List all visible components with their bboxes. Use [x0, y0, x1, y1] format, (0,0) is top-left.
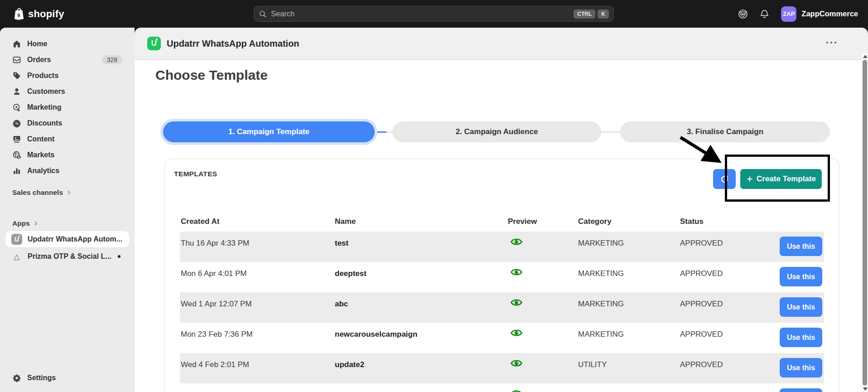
- apps-header[interactable]: Apps: [5, 217, 129, 230]
- step-campaign-audience[interactable]: 2. Campaign Audience: [392, 121, 601, 142]
- overflow-menu-button[interactable]: [826, 42, 836, 44]
- cell-preview: [507, 232, 577, 246]
- sidebar-app-item-updatrr-whatsapp-autom[interactable]: U Updatrr WhatsApp Autom...: [5, 231, 129, 247]
- col-header-preview: Preview: [507, 217, 577, 226]
- svg-text:s: s: [17, 12, 20, 18]
- use-this-button[interactable]: Use this: [780, 358, 822, 377]
- scroll-up-arrow[interactable]: [863, 55, 868, 58]
- topbar: s shopify Search CTRL K ZAP ZappCommerce: [0, 0, 868, 28]
- cell-category: MARKETING: [577, 262, 679, 278]
- cell-action: Use this: [758, 262, 824, 286]
- sidebar-item-orders[interactable]: Orders 328: [5, 52, 129, 68]
- k-key-badge: K: [598, 10, 609, 19]
- plus-icon: [746, 175, 753, 183]
- search-icon: [259, 10, 267, 18]
- apps-list: U Updatrr WhatsApp Autom... △ Prizma OTP…: [0, 231, 135, 265]
- products-icon: [12, 71, 21, 80]
- sidebar-item-markets[interactable]: $ Markets: [5, 147, 129, 163]
- sidebar-item-customers[interactable]: Customers: [5, 83, 129, 99]
- cell-created-at: Thu 16 Apr 4:33 PM: [180, 232, 334, 248]
- preview-eye-icon[interactable]: [511, 268, 522, 276]
- preview-eye-icon[interactable]: [511, 389, 522, 392]
- create-template-button[interactable]: Create Template: [740, 169, 822, 189]
- templates-heading: TEMPLATES: [174, 170, 217, 178]
- cell-preview: [507, 353, 577, 368]
- scrollbar-thumb[interactable]: [863, 60, 867, 386]
- cell-status: APPROVED: [679, 353, 758, 369]
- preview-eye-icon[interactable]: [511, 329, 522, 337]
- use-this-button[interactable]: Use this: [780, 267, 822, 286]
- cell-created-at: Wed 4 Feb 2:01 PM: [180, 353, 334, 369]
- cell-created-at: Tue 3 Feb 10:14 PM: [180, 383, 334, 392]
- markets-icon: $: [12, 150, 21, 160]
- table-row: Mon 6 Apr 4:01 PM deeptest MARKETING APP…: [180, 262, 824, 292]
- cell-action: Use this: [758, 353, 824, 377]
- sidekick-icon[interactable]: [738, 9, 748, 19]
- use-this-button[interactable]: Use this: [780, 297, 822, 317]
- step-campaign-template[interactable]: 1. Campaign Template: [163, 121, 375, 142]
- refresh-button[interactable]: [713, 169, 736, 189]
- sidebar-item-discounts[interactable]: % Discounts: [5, 115, 129, 131]
- table-row: Thu 16 Apr 4:33 PM test MARKETING APPROV…: [180, 232, 824, 262]
- use-this-button[interactable]: Use this: [780, 388, 822, 392]
- account-menu[interactable]: ZAP ZappCommerce: [781, 6, 858, 22]
- sidebar-item-home[interactable]: Home: [5, 36, 129, 52]
- sidebar-item-marketing[interactable]: Marketing: [5, 99, 129, 115]
- discounts-icon: %: [12, 119, 21, 128]
- table-row: Wed 1 Apr 12:07 PM abc MARKETING APPROVE…: [180, 292, 824, 323]
- preview-eye-icon[interactable]: [511, 298, 522, 307]
- table-header-row: Created At Name Preview Category Status: [180, 212, 824, 232]
- sidebar-nav: Home Orders 328 Products Customers Marke…: [0, 36, 135, 179]
- app-title: Updatrr WhatsApp Automation: [167, 39, 299, 49]
- search-placeholder: Search: [271, 10, 294, 18]
- templates-table: Created At Name Preview Category Status …: [180, 212, 824, 392]
- cell-name: abc: [334, 292, 507, 309]
- ctrl-key-badge: CTRL: [574, 10, 595, 19]
- cell-action: Use this: [758, 323, 824, 347]
- cell-status: APPROVED: [679, 383, 758, 392]
- preview-eye-icon[interactable]: [511, 359, 522, 368]
- shopify-logo[interactable]: s shopify: [14, 0, 64, 28]
- cell-created-at: Wed 1 Apr 12:07 PM: [180, 292, 334, 309]
- step-connector: [377, 131, 386, 133]
- use-this-button[interactable]: Use this: [780, 237, 822, 256]
- orders-icon: [12, 55, 21, 64]
- account-name: ZappCommerce: [801, 10, 858, 18]
- cell-category: MARKETING: [577, 323, 679, 339]
- sidebar-item-settings[interactable]: Settings: [5, 370, 129, 386]
- cell-category: MARKETING: [577, 292, 679, 309]
- cell-preview: [507, 262, 577, 276]
- sidebar-item-analytics[interactable]: Analytics: [5, 163, 129, 179]
- notifications-bell-icon[interactable]: [759, 9, 770, 19]
- shopify-wordmark: shopify: [28, 8, 64, 20]
- cell-status: APPROVED: [679, 232, 758, 248]
- sales-channels-header[interactable]: Sales channels: [5, 186, 129, 199]
- sidebar-item-products[interactable]: Products: [5, 68, 129, 83]
- settings-wrapper: Settings: [0, 370, 135, 386]
- cell-action: Use this: [758, 292, 824, 317]
- cell-name: update2: [334, 353, 507, 369]
- sidebar-item-content[interactable]: Content: [5, 131, 129, 147]
- col-header-status: Status: [679, 217, 758, 226]
- cell-category: MARKETING: [577, 232, 679, 248]
- sidebar-app-item-prizma-otp-social-l[interactable]: △ Prizma OTP & Social L...: [5, 248, 129, 265]
- cell-name: newcarouselcampaign: [334, 323, 507, 339]
- table-body: Thu 16 Apr 4:33 PM test MARKETING APPROV…: [180, 232, 824, 392]
- cell-created-at: Mon 23 Feb 7:36 PM: [180, 323, 334, 339]
- preview-eye-icon[interactable]: [511, 237, 522, 246]
- updatrr-app-icon: U: [147, 37, 161, 50]
- step-finalise-campaign[interactable]: 3. Finalise Campaign: [620, 121, 830, 142]
- scrollbar[interactable]: [861, 53, 868, 392]
- cell-status: APPROVED: [679, 262, 758, 278]
- app-content: Choose Template 1. Campaign Template 2. …: [135, 60, 868, 392]
- customers-icon: [12, 87, 21, 96]
- svg-text:$: $: [18, 155, 19, 159]
- analytics-icon: [12, 166, 21, 175]
- marketing-icon: [12, 103, 21, 112]
- cell-category: UTILITY: [577, 383, 679, 392]
- search-input[interactable]: Search CTRL K: [254, 6, 614, 22]
- scroll-down-arrow[interactable]: [863, 387, 868, 391]
- topbar-actions: ZAP ZappCommerce: [738, 0, 858, 28]
- use-this-button[interactable]: Use this: [780, 328, 822, 347]
- content-icon: [12, 135, 21, 144]
